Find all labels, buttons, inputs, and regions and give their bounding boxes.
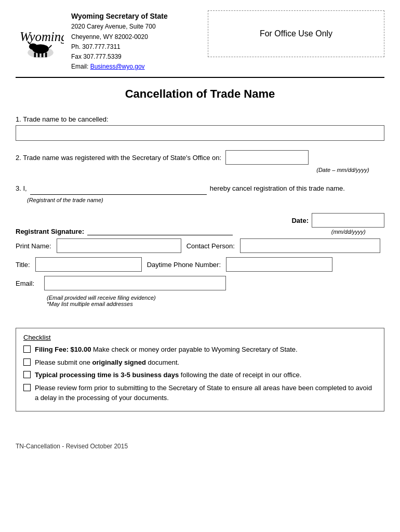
checklist-item-2-normal: Please submit one <box>35 358 92 366</box>
sig-left: Registrant Signature: <box>16 223 233 235</box>
checklist-item-2-text: Please submit one originally signed docu… <box>35 357 179 368</box>
field2-section: 2. Trade name was registered with the Se… <box>16 150 384 173</box>
date-row: Date: <box>291 213 384 228</box>
header-divider <box>16 77 384 78</box>
svg-rect-6 <box>41 52 43 57</box>
page-title: Cancellation of Trade Name <box>16 87 384 101</box>
checkbox-2[interactable] <box>23 358 31 366</box>
print-contact-row: Print Name: Contact Person: <box>16 238 384 253</box>
header-left: Wyoming Wyoming Secretary of State 2 <box>16 10 168 72</box>
checklist-item-3-bold: Typical processing time is 3-5 business … <box>35 371 179 379</box>
footer: TN-Cancellation - Revised October 2015 <box>16 443 384 450</box>
daytime-phone-label: Daytime Phone Number: <box>147 261 221 269</box>
checklist-item-3: Typical processing time is 3-5 business … <box>23 370 377 380</box>
field2-row: 2. Trade name was registered with the Se… <box>16 150 384 165</box>
email-note1: (Email provided will receive filing evid… <box>47 295 384 301</box>
contact-person-label: Contact Person: <box>186 242 235 250</box>
print-name-input[interactable] <box>57 238 181 253</box>
field2-sub: (Date – mm/dd/yyyy) <box>301 167 384 173</box>
wyoming-logo: Wyoming <box>16 19 65 63</box>
checklist-title: Checklist <box>23 334 377 341</box>
checklist-item-1-text: Filing Fee: $10.00 Make check or money o… <box>35 344 298 355</box>
checklist-item-1-bold: Filing Fee: $10.00 <box>35 345 91 353</box>
sig-right: Date: (mm/dd/yyyy) <box>291 213 384 235</box>
email-input[interactable] <box>44 276 226 290</box>
email-note2: *May list multiple email addresses <box>47 301 384 307</box>
sig-label: Registrant Signature: <box>16 228 84 235</box>
field3-section: 3. I, hereby cancel registration of this… <box>16 182 384 204</box>
checklist-item-3-text: Typical processing time is 3-5 business … <box>35 370 301 380</box>
email-label: Email: <box>71 63 90 70</box>
address-line1: 2020 Carey Avenue, Suite 700 <box>71 22 168 32</box>
checkbox-1[interactable] <box>23 345 31 353</box>
date-label: Date: <box>291 217 309 224</box>
checklist-item-2: Please submit one originally signed docu… <box>23 357 377 368</box>
registration-date-input[interactable] <box>225 150 309 165</box>
svg-line-9 <box>49 45 51 48</box>
field1-label: 1. Trade name to be cancelled: <box>16 115 384 123</box>
title-input[interactable] <box>35 257 142 272</box>
email-line: Email: Business@wyo.gov <box>71 62 168 72</box>
checklist-item-2-bold: originally signed <box>92 358 146 366</box>
email-link[interactable]: Business@wyo.gov <box>90 63 145 70</box>
field3-row: 3. I, hereby cancel registration of this… <box>16 182 384 195</box>
registrant-name-input[interactable] <box>30 182 207 195</box>
print-name-label: Print Name: <box>16 242 51 250</box>
checklist-item-1: Filing Fee: $10.00 Make check or money o… <box>23 344 377 355</box>
fax: Fax 307.777.5339 <box>71 52 168 62</box>
svg-text:Wyoming: Wyoming <box>20 30 64 44</box>
svg-rect-5 <box>37 52 39 57</box>
email-row: Email: <box>16 276 384 290</box>
checklist-box: Checklist Filing Fee: $10.00 Make check … <box>16 328 384 411</box>
checklist-item-2-normal2: document. <box>148 358 180 366</box>
date-input[interactable] <box>312 213 384 228</box>
field1-section: 1. Trade name to be cancelled: <box>16 115 384 141</box>
title-phone-row: Title: Daytime Phone Number: <box>16 257 384 272</box>
address-line2: Cheyenne, WY 82002-0020 <box>71 32 168 42</box>
signature-line <box>87 223 233 235</box>
email-field-label: Email: <box>16 280 34 287</box>
checkbox-3[interactable] <box>23 371 31 378</box>
field3-suffix: hereby cancel registration of this trade… <box>210 184 345 192</box>
office-use-text: For Office Use Only <box>260 29 332 38</box>
checklist-item-4: Please review form prior to submitting t… <box>23 383 377 403</box>
checklist-item-4-text: Please review form prior to submitting t… <box>35 383 377 403</box>
header-info: Wyoming Secretary of State 2020 Carey Av… <box>71 10 168 72</box>
field3-prefix: 3. I, <box>16 184 27 192</box>
checklist-item-1-normal: Make check or money order payable to Wyo… <box>93 345 298 353</box>
phone: Ph. 307.777.7311 <box>71 42 168 52</box>
email-note: (Email provided will receive filing evid… <box>47 295 384 307</box>
checklist-item-4-normal: Please review form prior to submitting t… <box>35 384 372 402</box>
field3-sub: (Registrant of the trade name) <box>27 197 103 203</box>
signature-section: Registrant Signature: Date: (mm/dd/yyyy) <box>16 213 384 235</box>
contact-person-input[interactable] <box>240 238 380 253</box>
footer-text: TN-Cancellation - Revised October 2015 <box>16 443 128 450</box>
svg-rect-4 <box>34 52 36 57</box>
org-name: Wyoming Secretary of State <box>71 10 168 22</box>
daytime-phone-input[interactable] <box>226 257 332 272</box>
field2-label: 2. Trade name was registered with the Se… <box>16 154 221 162</box>
checkbox-4[interactable] <box>23 384 31 391</box>
title-label: Title: <box>16 261 30 269</box>
header: Wyoming Wyoming Secretary of State 2 <box>16 10 384 72</box>
date-sub: (mm/dd/yyyy) <box>331 229 366 235</box>
svg-rect-7 <box>45 52 47 57</box>
checklist-item-3-normal: following the date of receipt in our off… <box>181 371 301 379</box>
trade-name-input[interactable] <box>16 125 384 141</box>
office-use-box: For Office Use Only <box>208 10 384 57</box>
